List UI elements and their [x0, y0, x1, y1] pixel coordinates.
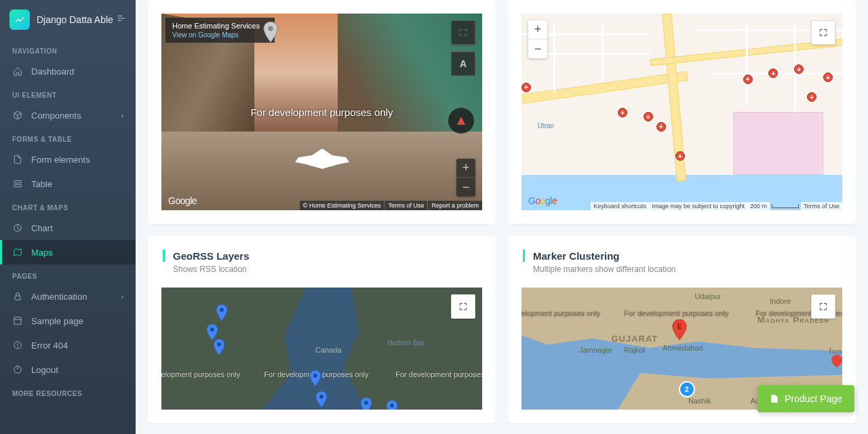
- power-icon: [12, 364, 23, 375]
- alert-icon: [12, 340, 23, 351]
- google-logo: Google: [168, 195, 197, 206]
- sidebar-item-label: Maps: [31, 248, 53, 258]
- hospital-marker[interactable]: +: [675, 151, 685, 161]
- brand-text: Django Datta Able: [37, 14, 113, 25]
- water-label: Hudson Bay: [387, 339, 424, 347]
- sidebar-item-label: Dashboard: [31, 66, 75, 77]
- svg-point-23: [390, 403, 394, 408]
- chevron-right-icon: ›: [121, 293, 123, 300]
- lock-icon: [12, 291, 23, 302]
- streetview-map[interactable]: For development purposes only Home Estim…: [161, 14, 482, 210]
- nav-header: CHART & MAPS: [0, 196, 136, 216]
- nav-header: MORE RESOURCES: [0, 382, 136, 401]
- road-map[interactable]: Utran + + + + + + + + + + + −: [521, 14, 842, 210]
- map-attribution: Keyboard shortcuts Image may be subject …: [591, 202, 842, 210]
- map-pin[interactable]: [216, 304, 228, 322]
- file-text-icon: [12, 154, 23, 165]
- svg-text:E: E: [677, 323, 682, 330]
- svg-point-16: [268, 26, 273, 31]
- sidebar-item-table[interactable]: Table: [0, 172, 136, 196]
- sidebar-item-authentication[interactable]: Authentication ›: [0, 284, 136, 309]
- svg-marker-15: [295, 149, 349, 169]
- place-label: Utran: [538, 122, 554, 130]
- address-pin-icon[interactable]: [263, 22, 278, 43]
- georss-map[interactable]: Hudson Bay Canada For development purpos…: [161, 288, 482, 410]
- pie-chart-icon: [12, 222, 23, 233]
- sidebar-item-components[interactable]: Components ›: [0, 103, 136, 127]
- nav-header: NAVIGATION: [0, 39, 136, 59]
- sidebar: Django Datta Able NAVIGATION Dashboard U…: [0, 0, 136, 434]
- cluster-badge[interactable]: 2: [679, 381, 695, 397]
- card-roadmap: Utran + + + + + + + + + + + −: [508, 0, 856, 224]
- zoom-in-button[interactable]: +: [456, 159, 475, 178]
- title-accent: [523, 250, 525, 262]
- sidebar-item-chart[interactable]: Chart: [0, 216, 136, 240]
- map-pin[interactable]: [360, 397, 372, 410]
- fullscreen-button[interactable]: [811, 20, 835, 45]
- nav-header: PAGES: [0, 264, 136, 284]
- card-title: GeoRSS Layers: [173, 250, 250, 262]
- box-icon: [12, 110, 23, 121]
- sidebar-item-dashboard[interactable]: Dashboard: [0, 59, 136, 83]
- sidebar-item-label: Logout: [31, 365, 58, 375]
- product-page-button[interactable]: Product Page: [757, 385, 854, 412]
- card-subtitle: Multiple markers show differant location: [533, 264, 841, 274]
- fullscreen-button[interactable]: [451, 20, 475, 45]
- zoom-out-button[interactable]: −: [528, 39, 547, 58]
- map-pin[interactable]: [309, 370, 321, 388]
- card-georss: GeoRSS Layers Shows RSS location Hudson …: [148, 236, 496, 423]
- streetview-place-title: Home Estimating Services: [172, 22, 260, 30]
- hospital-marker[interactable]: +: [618, 108, 627, 117]
- sidebar-item-label: Table: [31, 179, 52, 189]
- sidebar-item-sample-page[interactable]: Sample page: [0, 309, 136, 333]
- fullscreen-button[interactable]: [451, 294, 475, 319]
- map-marker[interactable]: E: [672, 319, 687, 341]
- streetview-title-box: Home Estimating Services View on Google …: [165, 18, 275, 43]
- sidebar-item-maps[interactable]: Maps: [0, 240, 136, 264]
- zoom-out-button[interactable]: −: [456, 178, 475, 197]
- sidebar-item-label: Components: [31, 111, 81, 121]
- svg-rect-8: [14, 317, 22, 325]
- title-accent: [163, 250, 165, 262]
- svg-rect-3: [14, 180, 22, 183]
- map-pin[interactable]: [213, 339, 225, 357]
- zoom-in-button[interactable]: +: [528, 20, 547, 39]
- sidebar-item-logout[interactable]: Logout: [0, 357, 136, 382]
- map-pin[interactable]: [315, 391, 328, 409]
- text-size-button[interactable]: A: [451, 52, 475, 76]
- sidebar-item-label: Authentication: [31, 292, 87, 302]
- card-title: Marker Clustering: [533, 250, 620, 262]
- compass-icon[interactable]: [448, 108, 474, 134]
- fullscreen-button[interactable]: [811, 294, 835, 319]
- svg-point-19: [217, 342, 221, 347]
- view-on-maps-link[interactable]: View on Google Maps: [172, 31, 260, 39]
- home-icon: [12, 66, 23, 77]
- card-streetview: For development purposes only Home Estim…: [148, 0, 496, 224]
- map-pin[interactable]: [386, 400, 398, 410]
- file-icon: [770, 393, 779, 404]
- hospital-marker[interactable]: +: [823, 73, 833, 82]
- streetview-nav-arrow[interactable]: [281, 145, 363, 175]
- svg-rect-7: [15, 296, 20, 300]
- chevron-right-icon: ›: [121, 112, 123, 119]
- hospital-marker[interactable]: +: [644, 112, 653, 121]
- scale-ruler: [772, 204, 799, 208]
- sidebar-item-label: Chart: [31, 223, 53, 233]
- sidebar-item-form-elements[interactable]: Form elements: [0, 147, 136, 172]
- sidebar-item-error-404[interactable]: Error 404: [0, 333, 136, 357]
- hospital-marker[interactable]: +: [521, 83, 531, 92]
- sidebar-item-label: Error 404: [31, 340, 68, 351]
- map-attribution: © Home Estimating Services Terms of Use …: [299, 201, 482, 210]
- brand-icon: [9, 9, 30, 30]
- hospital-marker[interactable]: +: [768, 68, 778, 78]
- country-label: Canada: [315, 346, 342, 354]
- hospital-marker[interactable]: +: [743, 75, 753, 84]
- hospital-marker[interactable]: +: [807, 92, 816, 102]
- sidebar-toggle-icon[interactable]: [117, 14, 126, 26]
- sidebar-item-label: Form elements: [31, 155, 90, 165]
- nav-header: UI ELEMENT: [0, 83, 136, 103]
- hospital-marker[interactable]: +: [656, 122, 666, 132]
- svg-marker-6: [14, 249, 22, 256]
- sidebar-item-label: Sample page: [31, 316, 83, 326]
- brand[interactable]: Django Datta Able: [0, 0, 136, 39]
